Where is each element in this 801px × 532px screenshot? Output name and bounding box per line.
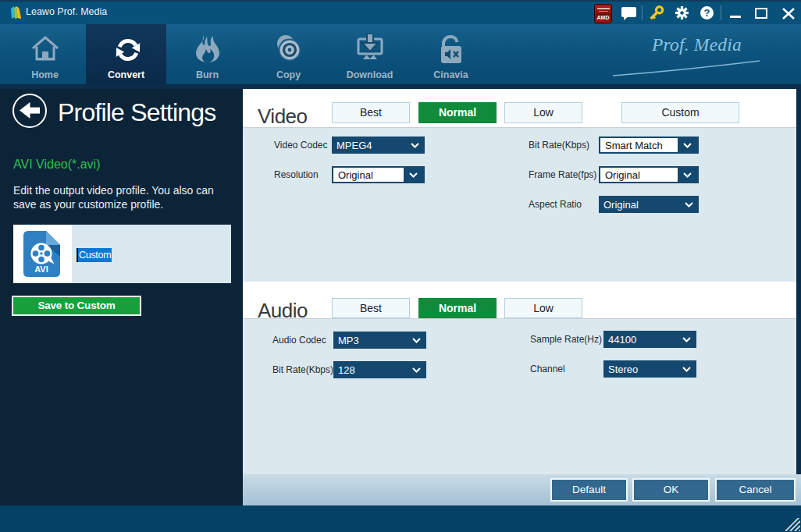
svg-text:AVI: AVI bbox=[34, 264, 48, 274]
